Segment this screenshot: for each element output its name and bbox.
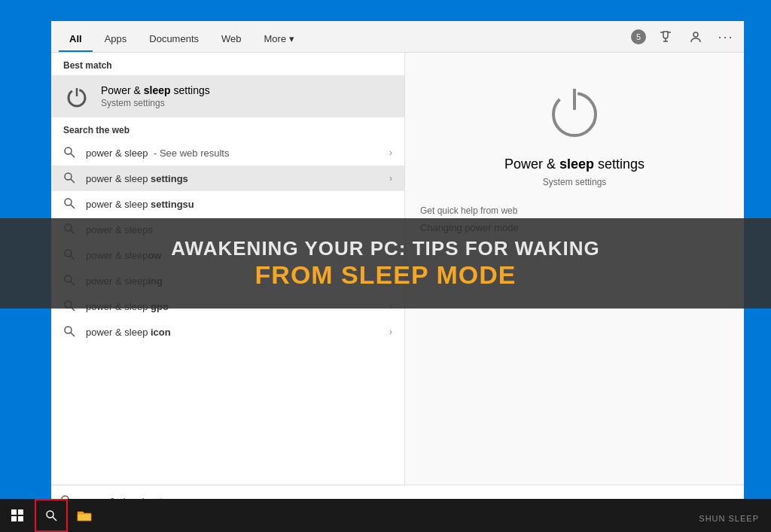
trophy-icon[interactable] xyxy=(655,26,676,47)
svg-line-4 xyxy=(71,154,75,157)
result-chevron-7: › xyxy=(389,327,392,337)
search-loop-icon-1 xyxy=(63,172,77,185)
right-power-icon xyxy=(541,75,608,143)
person-icon[interactable] xyxy=(685,26,706,47)
right-title: Power & sleep settings xyxy=(504,157,645,172)
search-loop-icon-2 xyxy=(63,197,77,211)
svg-rect-25 xyxy=(11,516,17,521)
svg-point-27 xyxy=(47,511,53,518)
best-match-subtitle: System settings xyxy=(101,98,210,108)
tab-badge: 5 xyxy=(631,29,646,44)
search-web-label: Search the web xyxy=(51,117,404,140)
power-icon-large xyxy=(63,83,90,110)
taskbar-files-button[interactable] xyxy=(68,499,101,532)
right-quick-help: Get quick help from web xyxy=(420,205,517,216)
overlay-line2: FROM SLEEP MODE xyxy=(255,260,517,290)
ellipsis-icon[interactable]: ··· xyxy=(715,26,736,47)
search-loop-icon-7 xyxy=(63,325,77,339)
tab-web[interactable]: Web xyxy=(211,26,252,52)
svg-point-7 xyxy=(65,199,72,205)
overlay-line1: AWAKENING YOUR PC: TIPS FOR WAKING xyxy=(171,237,599,260)
result-chevron-0: › xyxy=(389,147,392,158)
result-item-7[interactable]: power & sleep icon › xyxy=(51,319,404,345)
best-match-label: Best match xyxy=(51,53,404,75)
tab-bar: All Apps Documents Web More ▾ 5 ··· xyxy=(51,21,744,53)
svg-line-8 xyxy=(71,205,75,208)
right-subtitle: System settings xyxy=(543,177,607,187)
svg-line-18 xyxy=(71,333,75,336)
result-chevron-1: › xyxy=(389,173,392,184)
tab-documents[interactable]: Documents xyxy=(139,26,209,52)
result-item-0[interactable]: power & sleep - See web results › xyxy=(51,140,404,166)
tab-all[interactable]: All xyxy=(59,26,93,52)
best-match-text: Power & sleep settings System settings xyxy=(101,84,210,108)
result-text-2: power & sleep settingsu xyxy=(86,199,392,210)
result-text-7: power & sleep icon xyxy=(86,327,389,338)
svg-rect-23 xyxy=(11,509,17,515)
result-text-1: power & sleep settings xyxy=(86,173,389,184)
taskbar: SHUN SLEEP xyxy=(0,499,771,532)
result-item-1[interactable]: power & sleep settings › xyxy=(51,166,404,191)
taskbar-search-button[interactable] xyxy=(35,499,68,532)
tab-apps[interactable]: Apps xyxy=(94,26,138,52)
svg-point-3 xyxy=(65,147,72,154)
svg-rect-26 xyxy=(18,516,23,521)
overlay-banner: AWAKENING YOUR PC: TIPS FOR WAKING FROM … xyxy=(0,218,771,309)
best-match-item[interactable]: Power & sleep settings System settings xyxy=(51,75,404,117)
svg-point-0 xyxy=(693,32,698,37)
result-text-0: power & sleep - See web results xyxy=(86,147,389,159)
svg-line-6 xyxy=(71,179,75,183)
svg-point-17 xyxy=(65,327,72,333)
result-item-2[interactable]: power & sleep settingsu xyxy=(51,191,404,217)
svg-rect-24 xyxy=(18,509,23,515)
svg-point-5 xyxy=(65,173,72,180)
search-loop-icon-0 xyxy=(63,146,77,160)
tab-more[interactable]: More ▾ xyxy=(254,26,305,52)
start-button[interactable] xyxy=(0,499,35,532)
svg-line-28 xyxy=(53,517,56,521)
tab-actions: 5 ··· xyxy=(631,26,736,52)
best-match-title: Power & sleep settings xyxy=(101,84,210,96)
watermark: SHUN SLEEP xyxy=(699,514,759,523)
